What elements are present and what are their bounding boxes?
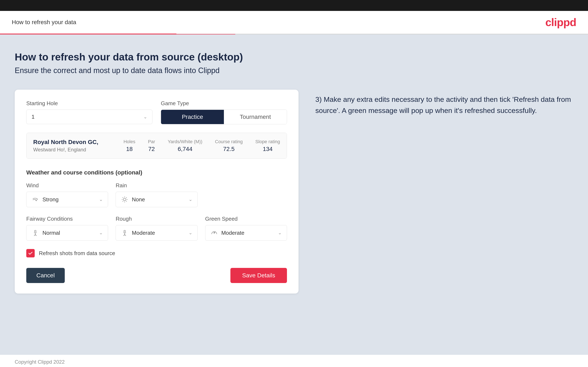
clippd-logo: clippd (545, 16, 576, 29)
fairway-chevron-icon: ⌄ (99, 230, 103, 236)
svg-line-8 (122, 201, 123, 201)
rough-select[interactable]: Moderate ⌄ (116, 225, 197, 241)
stat-yards: Yards/White (M)) 6,744 (168, 139, 202, 152)
wind-value: Strong (43, 196, 59, 203)
form-card: Starting Hole 1 ⌄ Game Type Practice Tou… (15, 90, 299, 293)
slope-rating-value: 134 (263, 146, 273, 152)
refresh-checkbox-row: Refresh shots from data source (26, 249, 287, 257)
rain-chevron-icon: ⌄ (189, 197, 192, 202)
rain-label: Rain (116, 182, 197, 189)
stat-par: Par 72 (148, 139, 155, 152)
rain-select-inner: None (121, 196, 185, 203)
page-heading: How to refresh your data from source (de… (15, 51, 573, 63)
yards-value: 6,744 (178, 146, 192, 152)
fairway-select[interactable]: Normal ⌄ (26, 225, 108, 241)
fairway-select-inner: Normal (32, 229, 96, 237)
weather-section-title: Weather and course conditions (optional) (26, 169, 287, 176)
rain-value: None (132, 196, 145, 203)
fairway-group: Fairway Conditions (26, 216, 108, 241)
stat-slope-rating: Slope rating 134 (255, 139, 280, 152)
action-row: Cancel Save Details (26, 268, 287, 283)
rough-group: Rough (116, 216, 197, 241)
top-form-row: Starting Hole 1 ⌄ Game Type Practice Tou… (26, 100, 287, 124)
top-bar (0, 0, 588, 11)
description-panel: 3) Make any extra edits necessary to the… (315, 90, 573, 116)
starting-hole-group: Starting Hole 1 ⌄ (26, 100, 152, 124)
green-speed-select[interactable]: Moderate ⌄ (205, 225, 287, 241)
header-title: How to refresh your data (12, 19, 76, 26)
refresh-checkbox[interactable] (26, 249, 35, 257)
course-info: Royal North Devon GC, Westward Ho!, Engl… (33, 139, 123, 153)
page-subtitle: Ensure the correct and most up to date d… (15, 66, 573, 75)
wind-select[interactable]: Strong ⌄ (26, 192, 108, 207)
fairway-value: Normal (43, 230, 60, 236)
course-row: Royal North Devon GC, Westward Ho!, Engl… (26, 133, 287, 158)
green-speed-icon (210, 229, 218, 237)
starting-hole-chevron-icon: ⌄ (143, 114, 147, 120)
wind-chevron-icon: ⌄ (99, 197, 103, 202)
wind-label: Wind (26, 182, 108, 189)
wind-group: Wind Strong ⌄ (26, 182, 108, 207)
cancel-button[interactable]: Cancel (26, 268, 65, 283)
rough-value: Moderate (132, 230, 155, 236)
description-text: 3) Make any extra edits necessary to the… (315, 94, 573, 116)
header: How to refresh your data clippd (0, 11, 588, 34)
rain-select[interactable]: None ⌄ (116, 192, 197, 207)
conditions-row: Fairway Conditions (26, 216, 287, 241)
holes-label: Holes (123, 139, 135, 144)
stat-holes: Holes 18 (123, 139, 135, 152)
svg-point-13 (124, 230, 126, 232)
yards-label: Yards/White (M)) (168, 139, 202, 144)
par-label: Par (148, 139, 155, 144)
save-details-button[interactable]: Save Details (230, 268, 287, 283)
course-stats: Holes 18 Par 72 Yards/White (M)) 6,744 (123, 139, 280, 152)
tournament-button[interactable]: Tournament (224, 110, 287, 124)
rough-chevron-icon: ⌄ (189, 230, 192, 236)
svg-point-9 (35, 230, 36, 232)
course-rating-value: 72.5 (223, 146, 235, 152)
course-location: Westward Ho!, England (33, 147, 123, 153)
green-speed-group: Green Speed Moderate (205, 216, 287, 241)
rough-select-inner: Moderate (121, 229, 185, 237)
practice-button[interactable]: Practice (161, 110, 224, 124)
game-type-group: Game Type Practice Tournament (161, 100, 287, 124)
course-table: Royal North Devon GC, Westward Ho!, Engl… (26, 133, 287, 159)
green-speed-chevron-icon: ⌄ (278, 230, 282, 236)
course-name: Royal North Devon GC, (33, 139, 123, 145)
course-rating-label: Course rating (215, 139, 243, 144)
green-speed-select-inner: Moderate (210, 229, 275, 237)
svg-line-6 (126, 201, 127, 201)
starting-hole-value: 1 (32, 114, 35, 120)
rain-group: Rain (116, 182, 197, 207)
fairway-label: Fairway Conditions (26, 216, 108, 222)
slope-rating-label: Slope rating (255, 139, 280, 144)
rain-icon (121, 196, 129, 203)
par-value: 72 (148, 146, 155, 152)
svg-point-0 (123, 198, 126, 201)
svg-line-7 (126, 197, 127, 198)
footer: Copyright Clippd 2022 (0, 355, 588, 367)
copyright-text: Copyright Clippd 2022 (15, 359, 65, 365)
stat-course-rating: Course rating 72.5 (215, 139, 243, 152)
content-layout: Starting Hole 1 ⌄ Game Type Practice Tou… (15, 90, 573, 293)
green-speed-label: Green Speed (205, 216, 287, 222)
fairway-icon (32, 229, 39, 237)
wind-rain-row: Wind Strong ⌄ (26, 182, 287, 207)
starting-hole-label: Starting Hole (26, 100, 152, 107)
svg-point-18 (214, 233, 215, 233)
wind-select-inner: Strong (32, 196, 96, 203)
rough-icon (121, 229, 129, 237)
wind-icon (32, 196, 39, 203)
holes-value: 18 (126, 146, 133, 152)
main-content: How to refresh your data from source (de… (0, 34, 588, 355)
starting-hole-select[interactable]: 1 ⌄ (26, 110, 152, 124)
svg-line-5 (122, 197, 123, 198)
game-type-toggle: Practice Tournament (161, 110, 287, 124)
refresh-checkbox-label: Refresh shots from data source (39, 250, 115, 257)
game-type-label: Game Type (161, 100, 287, 107)
green-speed-value: Moderate (221, 230, 244, 236)
rough-label: Rough (116, 216, 197, 222)
